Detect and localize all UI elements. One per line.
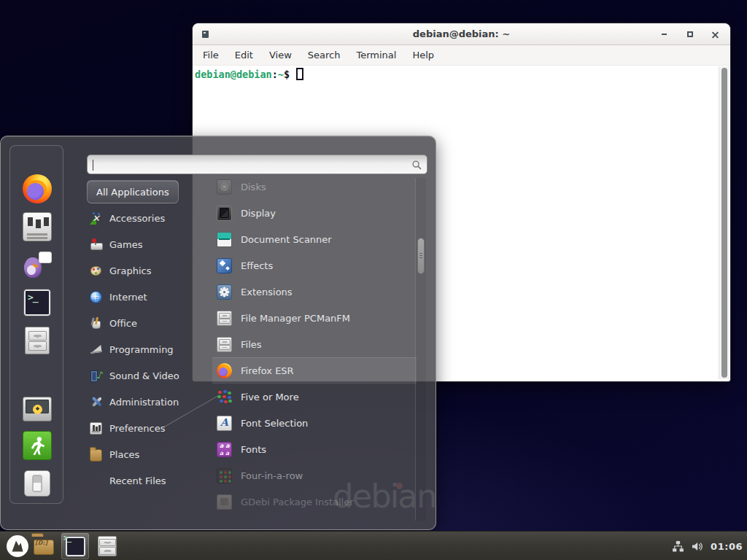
category-sound-video[interactable]: Sound & Video <box>87 362 212 389</box>
category-recent-files[interactable]: Recent Files <box>87 467 212 494</box>
file-manager-icon <box>217 311 232 326</box>
network-icon[interactable] <box>672 540 684 553</box>
file-cabinet-icon <box>98 536 117 556</box>
minimize-button[interactable] <box>657 28 670 40</box>
category-internet[interactable]: Internet <box>87 284 212 310</box>
taskbar-file-manager-launcher[interactable] <box>32 536 55 556</box>
search-icon <box>411 160 422 171</box>
logout-button[interactable] <box>21 431 53 460</box>
category-all-applications[interactable]: All Applications <box>87 180 179 203</box>
menu-view[interactable]: View <box>268 48 293 62</box>
category-games[interactable]: Games <box>87 231 212 257</box>
programming-icon <box>90 343 102 356</box>
category-preferences[interactable]: Preferences <box>87 415 212 441</box>
menu-logo-icon <box>5 534 30 559</box>
favorites-group-top <box>10 174 64 355</box>
favorite-control-panel[interactable] <box>21 212 53 241</box>
app-effects[interactable]: Effects <box>212 252 417 279</box>
favorites-panel <box>9 145 63 504</box>
menu-file[interactable]: File <box>201 48 220 62</box>
app-list-scrollbar-thumb[interactable] <box>417 238 425 274</box>
favorite-terminal[interactable] <box>21 288 53 317</box>
category-list: All Applications Accessories Games Graph… <box>87 180 212 494</box>
category-places[interactable]: Places <box>87 441 212 467</box>
category-graphics[interactable]: Graphics <box>87 257 212 284</box>
app-fonts[interactable]: Fonts <box>212 436 417 462</box>
firefox-icon <box>23 174 52 203</box>
gdebi-icon <box>217 494 232 510</box>
games-icon <box>90 238 102 251</box>
taskbar: 01:06 <box>0 531 747 560</box>
app-five-or-more[interactable]: Five or More <box>212 384 417 410</box>
shutdown-icon <box>24 470 50 497</box>
terminal-scrollbar[interactable] <box>719 66 729 379</box>
internet-icon <box>90 291 102 303</box>
fonts-icon <box>217 442 232 457</box>
terminal-menubar: File Edit View Search Terminal Help <box>193 45 730 66</box>
app-file-manager-pcmanfm[interactable]: File Manager PCManFM <box>212 305 417 331</box>
terminal-icon <box>66 537 85 556</box>
maximize-button[interactable] <box>684 28 697 40</box>
blank-icon <box>90 475 102 487</box>
terminal-window-icon <box>202 31 209 38</box>
font-selection-icon <box>217 416 232 431</box>
app-firefox-esr[interactable]: Firefox ESR <box>212 357 417 384</box>
app-extensions[interactable]: Extensions <box>212 279 417 305</box>
terminal-titlebar[interactable]: debian@debian: ~ <box>193 23 730 45</box>
folder-d-icon <box>34 540 54 555</box>
places-folder-icon <box>90 449 102 462</box>
shutdown-button[interactable] <box>21 469 53 498</box>
application-menu: All Applications Accessories Games Graph… <box>0 136 436 530</box>
preferences-icon <box>90 422 102 435</box>
terminal-icon <box>24 289 50 316</box>
graphics-icon <box>90 265 102 277</box>
effects-icon <box>217 258 232 273</box>
menu-edit[interactable]: Edit <box>233 48 255 62</box>
taskbar-menu-button[interactable] <box>5 534 30 559</box>
prompt-dollar: $ <box>284 69 290 80</box>
app-disks[interactable]: Disks <box>212 174 417 200</box>
pidgin-icon <box>23 250 52 279</box>
window-title: debian@debian: ~ <box>193 28 730 39</box>
favorite-firefox[interactable] <box>21 174 53 203</box>
lock-screen-button[interactable] <box>21 393 53 422</box>
taskbar-terminal-window-button[interactable] <box>61 533 89 559</box>
disks-icon <box>217 179 232 195</box>
system-tray: 01:06 <box>672 532 743 560</box>
shell-prompt: debian@debian:~$ <box>195 68 303 80</box>
volume-icon[interactable] <box>691 540 704 553</box>
clock[interactable]: 01:06 <box>711 541 743 552</box>
search-input[interactable] <box>90 156 408 173</box>
display-icon <box>217 206 232 221</box>
files-icon <box>217 337 232 352</box>
lock-screen-icon <box>23 397 52 421</box>
app-display[interactable]: Display <box>212 200 417 226</box>
logout-icon <box>23 431 52 460</box>
app-list-scrollbar[interactable] <box>415 178 426 521</box>
category-programming[interactable]: Programming <box>87 336 212 362</box>
favorite-file-manager[interactable] <box>21 326 53 355</box>
app-gdebi-package-installer[interactable]: GDebi Package Installer <box>212 489 417 515</box>
menu-help[interactable]: Help <box>411 48 436 62</box>
terminal-scrollbar-thumb[interactable] <box>721 68 727 378</box>
terminal-cursor <box>296 68 303 80</box>
category-administration[interactable]: Administration <box>87 389 212 415</box>
menu-terminal[interactable]: Terminal <box>355 48 398 62</box>
prompt-user-host: debian@debian <box>195 69 272 80</box>
favorite-pidgin[interactable] <box>21 250 53 279</box>
close-button[interactable] <box>708 28 721 40</box>
taskbar-files-launcher[interactable] <box>96 536 118 556</box>
app-files[interactable]: Files <box>212 331 417 357</box>
app-font-selection[interactable]: Font Selection <box>212 410 417 436</box>
category-accessories[interactable]: Accessories <box>87 205 212 231</box>
menu-search[interactable]: Search <box>306 48 342 62</box>
file-cabinet-icon <box>25 327 50 354</box>
category-office[interactable]: Office <box>87 310 212 336</box>
search-box[interactable] <box>87 155 427 174</box>
five-or-more-icon <box>217 389 232 405</box>
text-caret <box>93 160 93 171</box>
app-four-in-a-row[interactable]: Four-in-a-row <box>212 462 417 489</box>
firefox-icon <box>217 363 232 378</box>
app-document-scanner[interactable]: Document Scanner <box>212 226 417 252</box>
application-list: Disks Display Document Scanner Effects E… <box>212 174 417 515</box>
